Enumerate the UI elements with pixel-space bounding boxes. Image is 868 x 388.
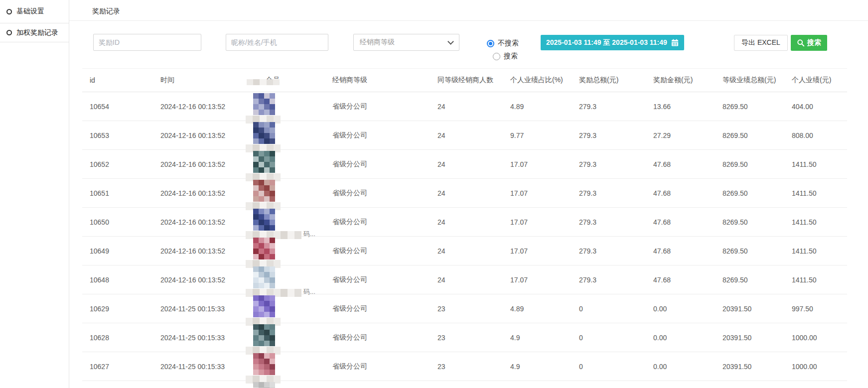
column-header: id: [90, 76, 160, 84]
radio-no-search-label: 不搜索: [498, 39, 519, 48]
cell-peer-count: 24: [437, 131, 510, 139]
search-button[interactable]: 搜索: [791, 35, 827, 51]
cell-time: 2024-12-16 00:13:52: [160, 189, 266, 197]
table-row: 106492024-12-16 00:13:52省级分公司2417.07279.…: [82, 237, 847, 265]
cell-peer-count: 23: [437, 363, 510, 371]
cell-personal-sales: 808.00: [792, 131, 847, 139]
table-header-row: id时间会员经销商等级同等级经销商人数个人业绩占比(%)奖励总额(元)奖励金额(…: [82, 68, 847, 92]
cell-level-total: 8269.50: [723, 103, 792, 111]
column-header: 奖励总额(元): [579, 76, 653, 85]
cell-peer-count: 24: [437, 276, 510, 284]
cell-level-total: 8269.50: [723, 276, 792, 284]
cell-id: 10652: [90, 160, 160, 168]
cell-reward-total: 279.3: [579, 218, 653, 226]
cell-time: 2024-12-16 00:13:52: [160, 103, 266, 111]
cell-reward-amount: 13.66: [653, 103, 723, 111]
cell-reward-total: 279.3: [579, 247, 653, 255]
cell-reward-total: 279.3: [579, 276, 653, 284]
member-avatar-pixelated: [253, 122, 275, 144]
table-row: 106522024-12-16 00:13:52省级分公司2417.07279.…: [82, 150, 847, 179]
cell-member: [266, 237, 332, 265]
cell-personal-sales: 1000.00: [792, 363, 847, 371]
reward-id-input[interactable]: [93, 34, 201, 51]
cell-id: 10654: [90, 103, 160, 111]
cell-reward-amount: 0.00: [653, 363, 723, 371]
table-row: 106482024-12-16 00:13:52码...省级分公司2417.07…: [82, 265, 847, 294]
cell-reward-amount: 47.68: [653, 276, 723, 284]
radio-no-search[interactable]: 不搜索: [487, 39, 519, 48]
table-row: [82, 381, 847, 388]
cell-member: [266, 323, 332, 352]
cell-personal-ratio: 4.89: [510, 103, 579, 111]
sidebar-item-weighted-reward-records[interactable]: 加权奖励记录: [0, 23, 69, 42]
cell-dealer-level: 省级分公司: [332, 131, 437, 140]
table-row: 106272024-11-25 00:15:33省级分公司234.900.002…: [82, 352, 847, 381]
cell-reward-amount: 0.00: [653, 305, 723, 313]
member-avatar-pixelated: [253, 238, 275, 259]
radio-selected-icon: [487, 40, 494, 47]
export-excel-button[interactable]: 导出 EXCEL: [734, 35, 788, 51]
cell-personal-sales: 997.50: [792, 305, 847, 313]
calendar-icon: [671, 39, 679, 46]
cell-dealer-level: 省级分公司: [332, 247, 437, 256]
cell-personal-sales: 404.00: [792, 103, 847, 111]
member-avatar-pixelated: [253, 151, 275, 173]
date-range-button[interactable]: 2025-01-03 11:49 至 2025-01-03 11:49: [541, 35, 684, 50]
member-avatar-pixelated: [253, 93, 275, 115]
dealer-level-select[interactable]: 经销商等级: [353, 34, 459, 51]
cell-id: 10627: [90, 363, 160, 371]
circle-icon: [6, 9, 12, 14]
cell-level-total: 20391.50: [723, 305, 792, 313]
main-content: 奖励记录 经销商等级 不搜索 搜索 2025-01-03 11:49 至 202…: [0, 0, 868, 388]
cell-member: [266, 179, 332, 207]
member-avatar-pixelated: [253, 324, 275, 346]
search-button-label: 搜索: [807, 38, 821, 47]
cell-dealer-level: 省级分公司: [332, 218, 437, 227]
cell-member: [266, 121, 332, 149]
member-name-suffix: 码...: [303, 230, 315, 239]
table-row: 106292024-11-25 00:15:33省级分公司234.8900.00…: [82, 294, 847, 323]
member-avatar-pixelated: [253, 353, 275, 375]
cell-peer-count: 24: [437, 218, 510, 226]
column-header: 奖励金额(元): [653, 76, 723, 85]
cell-id: 10629: [90, 305, 160, 313]
reward-records-table: id时间会员经销商等级同等级经销商人数个人业绩占比(%)奖励总额(元)奖励金额(…: [82, 68, 847, 388]
title-divider: [69, 20, 868, 21]
member-search-input[interactable]: [226, 34, 328, 51]
cell-id: 10650: [90, 218, 160, 226]
cell-reward-amount: 47.68: [653, 189, 723, 197]
cell-level-total: 20391.50: [723, 334, 792, 342]
radio-unselected-icon: [493, 53, 500, 60]
cell-personal-ratio: 4.9: [510, 334, 579, 342]
blurred-artifact: [247, 79, 280, 85]
cell-id: 10649: [90, 247, 160, 255]
cell-peer-count: 24: [437, 247, 510, 255]
dealer-level-select-value: 经销商等级: [360, 38, 395, 47]
table-body: 106542024-12-16 00:13:52省级分公司244.89279.3…: [82, 92, 847, 388]
column-header: 个人业绩占比(%): [510, 76, 579, 85]
table-row: 106532024-12-16 00:13:52省级分公司249.77279.3…: [82, 121, 847, 150]
sidebar-item-basic-settings[interactable]: 基础设置: [0, 0, 69, 23]
cell-personal-ratio: 17.07: [510, 218, 579, 226]
cell-time: 2024-12-16 00:13:52: [160, 131, 266, 139]
cell-personal-ratio: 17.07: [510, 160, 579, 168]
cell-personal-ratio: 4.89: [510, 305, 579, 313]
search-icon: [797, 39, 805, 47]
column-header: 个人业绩(元): [792, 76, 847, 85]
radio-search[interactable]: 搜索: [493, 52, 518, 61]
table-row: 106542024-12-16 00:13:52省级分公司244.89279.3…: [82, 92, 847, 121]
cell-personal-sales: 1411.50: [792, 247, 847, 255]
cell-reward-total: 279.3: [579, 160, 653, 168]
cell-personal-sales: 1411.50: [792, 276, 847, 284]
cell-reward-total: 279.3: [579, 131, 653, 139]
member-avatar-pixelated: [253, 266, 275, 288]
cell-reward-total: 279.3: [579, 189, 653, 197]
radio-search-label: 搜索: [504, 52, 518, 61]
column-header: 经销商等级: [332, 76, 437, 85]
sidebar-item-label: 基础设置: [16, 7, 44, 16]
cell-reward-total: 0: [579, 334, 653, 342]
member-avatar-pixelated: [253, 382, 275, 388]
cell-level-total: 8269.50: [723, 131, 792, 139]
cell-reward-amount: 47.68: [653, 218, 723, 226]
cell-reward-total: 279.3: [579, 103, 653, 111]
